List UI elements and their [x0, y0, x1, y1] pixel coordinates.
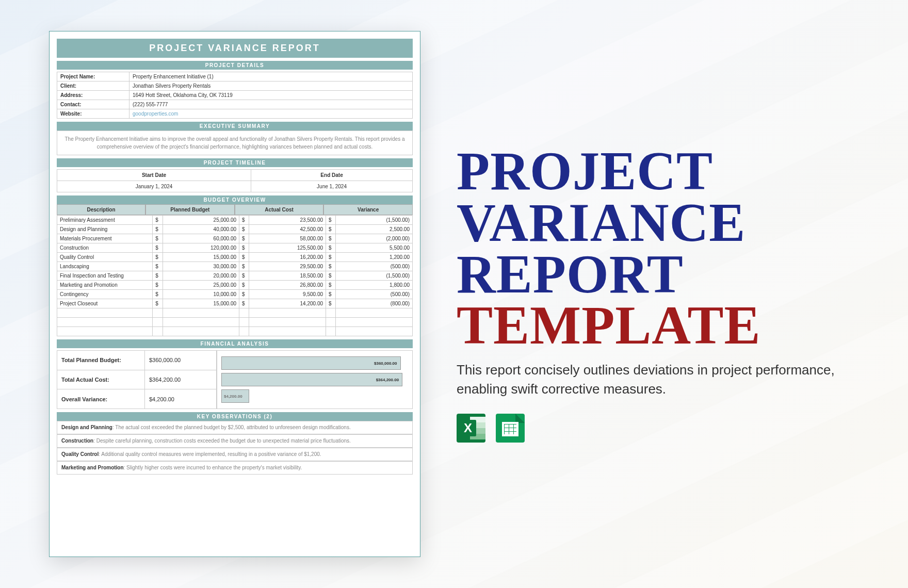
table-row: Landscaping$30,000.00$29,500.00$(500.00)	[57, 262, 413, 271]
table-row: Contingency$10,000.00$9,500.00$(500.00)	[57, 290, 413, 299]
budget-header: Description Planned Budget Actual Cost V…	[57, 204, 413, 215]
observation-item: Design and Planning: The actual cost exc…	[57, 421, 413, 434]
side-panel: PROJECT VARIANCE REPORT TEMPLATE This re…	[457, 145, 859, 443]
section-financial: FINANCIAL ANALYSIS	[57, 339, 413, 348]
financial-summary-table: Total Planned Budget:$360,000.00 Total A…	[57, 350, 217, 409]
observation-item: Construction: Despite careful planning, …	[57, 434, 413, 448]
project-details-table: Project Name:Property Enhancement Initia…	[57, 72, 413, 119]
table-row	[57, 318, 413, 327]
budget-table: Preliminary Assessment$25,000.00$23,500.…	[57, 215, 413, 336]
table-row: Materials Procurement$60,000.00$58,000.0…	[57, 234, 413, 243]
table-row: Project Closeout$15,000.00$14,200.00$(80…	[57, 299, 413, 308]
table-row: Marketing and Promotion$25,000.00$26,800…	[57, 281, 413, 290]
document-preview: PROJECT VARIANCE REPORT PROJECT DETAILS …	[49, 31, 420, 557]
observation-item: Marketing and Promotion: Slightly higher…	[57, 461, 413, 475]
doc-title: PROJECT VARIANCE REPORT	[57, 39, 413, 58]
section-budget: BUDGET OVERVIEW	[57, 195, 413, 204]
timeline-table: Start DateEnd Date January 1, 2024June 1…	[57, 169, 413, 192]
table-row: Quality Control$15,000.00$16,200.00$1,20…	[57, 253, 413, 262]
financial-bar-chart: $360,000.00 $364,200.00 $4,200.00	[217, 350, 413, 409]
table-row: Design and Planning$40,000.00$42,500.00$…	[57, 225, 413, 234]
table-row	[57, 308, 413, 318]
executive-summary-text: The Property Enhancement Initiative aims…	[57, 130, 413, 155]
table-row	[57, 327, 413, 336]
headline-line4: TEMPLATE	[457, 295, 760, 355]
excel-icon: X	[457, 414, 485, 443]
table-row: Preliminary Assessment$25,000.00$23,500.…	[57, 216, 413, 225]
table-row: Construction$120,000.00$125,500.00$5,500…	[57, 243, 413, 253]
section-project-details: PROJECT DETAILS	[57, 61, 413, 70]
table-row: Final Inspection and Testing$20,000.00$1…	[57, 271, 413, 281]
observation-item: Quality Control: Additional quality cont…	[57, 448, 413, 461]
google-sheets-icon	[496, 414, 525, 443]
section-observations: KEY OBSERVATIONS (2)	[57, 412, 413, 421]
section-timeline: PROJECT TIMELINE	[57, 158, 413, 167]
observations-list: Design and Planning: The actual cost exc…	[57, 421, 413, 475]
section-executive-summary: EXECUTIVE SUMMARY	[57, 122, 413, 130]
side-description: This report concisely outlines deviation…	[457, 361, 859, 398]
